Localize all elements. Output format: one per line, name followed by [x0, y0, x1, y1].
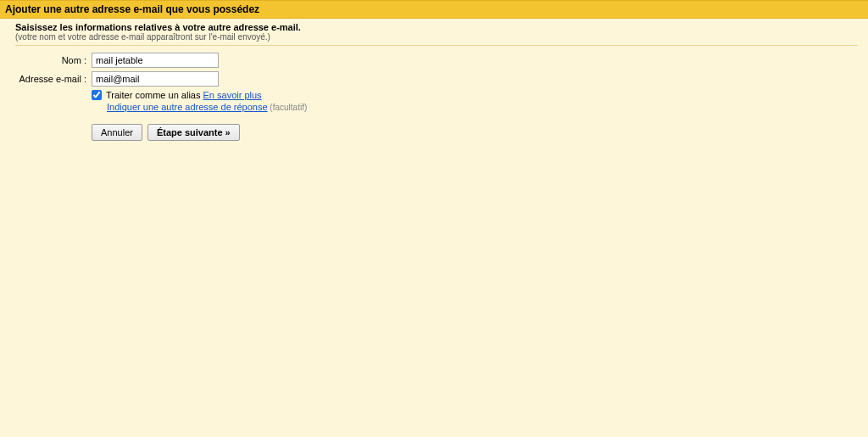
button-row: Annuler Étape suivante » [92, 124, 858, 141]
next-step-button[interactable]: Étape suivante » [147, 124, 240, 141]
name-row: Nom : [15, 53, 858, 68]
dialog-content: Saisissez les informations relatives à v… [0, 19, 868, 151]
dialog-header: Ajouter une autre adresse e-mail que vou… [0, 0, 868, 19]
alias-checkbox-label: Traiter comme un alias En savoir plus [106, 90, 262, 100]
email-row: Adresse e-mail : [15, 71, 858, 87]
dialog-title: Ajouter une autre adresse e-mail que vou… [5, 3, 259, 15]
name-label: Nom : [15, 55, 92, 65]
reply-address-link[interactable]: Indiquer une autre adresse de réponse [107, 102, 268, 112]
alias-label-text: Traiter comme un alias [106, 90, 203, 100]
instruction-sub: (votre nom et votre adresse e-mail appar… [15, 32, 858, 42]
email-label: Adresse e-mail : [15, 74, 92, 84]
alias-learn-more-link[interactable]: En savoir plus [203, 90, 262, 100]
reply-address-row: Indiquer une autre adresse de réponse (f… [107, 102, 858, 112]
alias-row: Traiter comme un alias En savoir plus [92, 90, 858, 100]
instruction-main: Saisissez les informations relatives à v… [15, 22, 858, 32]
email-input[interactable] [92, 71, 219, 87]
name-input[interactable] [92, 53, 219, 68]
separator [15, 45, 858, 46]
cancel-button[interactable]: Annuler [92, 124, 142, 141]
alias-checkbox[interactable] [92, 90, 102, 100]
optional-label: (facultatif) [268, 103, 308, 112]
